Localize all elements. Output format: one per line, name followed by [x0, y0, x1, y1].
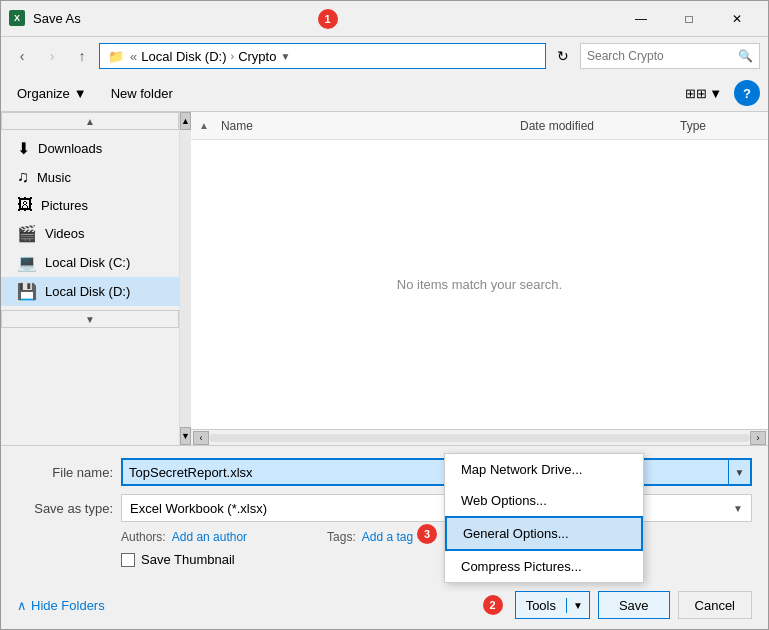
title-bar: X Save As 1 — □ ✕ — [1, 1, 768, 37]
save-as-dialog: X Save As 1 — □ ✕ ‹ › ↑ 📁 « Local Disk (… — [0, 0, 769, 630]
menu-item-web-options[interactable]: Web Options... — [445, 485, 643, 516]
sort-indicator-icon: ▲ — [199, 120, 209, 131]
pictures-icon: 🖼 — [17, 196, 33, 214]
minimize-button[interactable]: — — [618, 4, 664, 34]
authors-item: Authors: Add an author — [121, 530, 247, 544]
maximize-button[interactable]: □ — [666, 4, 712, 34]
main-content: ▲ ⬇ Downloads ♫ Music 🖼 Pictures — [1, 111, 768, 445]
save-button[interactable]: Save — [598, 591, 670, 619]
add-author-link[interactable]: Add an author — [172, 530, 247, 544]
cancel-button[interactable]: Cancel — [678, 591, 752, 619]
empty-message: No items match your search. — [397, 277, 562, 292]
dialog-title: Save As — [33, 11, 314, 26]
v-scroll-up[interactable]: ▲ — [180, 112, 191, 130]
address-separator: « — [130, 49, 137, 64]
hide-folders-label: Hide Folders — [31, 598, 105, 613]
file-list-empty: No items match your search. — [191, 140, 768, 429]
tools-button[interactable]: Tools ▼ — [515, 591, 590, 619]
music-icon: ♫ — [17, 168, 29, 186]
column-date[interactable]: Date modified — [520, 119, 680, 133]
view-chevron-icon: ▼ — [709, 86, 722, 101]
sidebar-scroll-down[interactable]: ▼ — [1, 310, 179, 328]
disk-d-icon: 💾 — [17, 282, 37, 301]
horizontal-scrollbar[interactable]: ‹ › — [191, 429, 768, 445]
menu-item-compress[interactable]: Compress Pictures... — [445, 551, 643, 582]
downloads-icon: ⬇ — [17, 139, 30, 158]
refresh-button[interactable]: ↻ — [550, 43, 576, 69]
sidebar-item-disk-d[interactable]: 💾 Local Disk (D:) — [1, 277, 190, 306]
search-icon: 🔍 — [738, 49, 753, 63]
tools-arrow-icon: ▼ — [567, 600, 589, 611]
tools-label: Tools — [516, 598, 567, 613]
help-button[interactable]: ? — [734, 80, 760, 106]
organize-button[interactable]: Organize ▼ — [9, 82, 95, 105]
file-area: ▲ Name Date modified Type No items match… — [191, 112, 768, 445]
v-scroll-down[interactable]: ▼ — [180, 427, 191, 445]
sidebar-item-downloads[interactable]: ⬇ Downloads — [1, 134, 190, 163]
menu-item-general-options[interactable]: General Options... — [445, 516, 643, 551]
sidebar-item-label: Pictures — [41, 198, 88, 213]
folder-icon: 📁 — [108, 49, 124, 64]
filename-label: File name: — [17, 465, 113, 480]
address-chevron-icon: ▼ — [280, 51, 290, 62]
tags-label: Tags: — [327, 530, 356, 544]
address-part-disk: Local Disk (D:) — [141, 49, 226, 64]
savetype-chevron-icon: ▼ — [733, 503, 743, 514]
close-button[interactable]: ✕ — [714, 4, 760, 34]
add-tag-link[interactable]: Add a tag — [362, 530, 413, 544]
sidebar: ⬇ Downloads ♫ Music 🖼 Pictures 🎬 Videos — [1, 130, 191, 310]
organize-label: Organize — [17, 86, 70, 101]
view-button[interactable]: ⊞⊞ ▼ — [679, 82, 728, 105]
menu-item-map-network[interactable]: Map Network Drive... — [445, 454, 643, 485]
savetype-value: Excel Workbook (*.xlsx) — [130, 501, 267, 516]
savetype-label: Save as type: — [17, 501, 113, 516]
column-type[interactable]: Type — [680, 119, 760, 133]
authors-label: Authors: — [121, 530, 166, 544]
filename-input-wrapper: ▼ — [121, 458, 752, 486]
organize-chevron-icon: ▼ — [74, 86, 87, 101]
thumbnail-label: Save Thumbnail — [141, 552, 235, 567]
address-path[interactable]: 📁 « Local Disk (D:) › Crypto ▼ — [99, 43, 546, 69]
filename-dropdown-button[interactable]: ▼ — [728, 460, 750, 484]
videos-icon: 🎬 — [17, 224, 37, 243]
thumbnail-checkbox[interactable] — [121, 553, 135, 567]
forward-button[interactable]: › — [39, 43, 65, 69]
step-2-badge: 2 — [483, 595, 503, 615]
excel-icon: X — [9, 10, 27, 28]
sidebar-scroll-up[interactable]: ▲ — [1, 112, 179, 130]
search-input[interactable] — [587, 49, 738, 63]
tags-item: Tags: Add a tag — [327, 530, 413, 544]
sidebar-item-label: Local Disk (C:) — [45, 255, 130, 270]
search-box: 🔍 — [580, 43, 760, 69]
toolbar: Organize ▼ New folder ⊞⊞ ▼ ? — [1, 75, 768, 111]
sidebar-item-label: Downloads — [38, 141, 102, 156]
h-scroll-left[interactable]: ‹ — [193, 431, 209, 445]
h-scroll-right[interactable]: › — [750, 431, 766, 445]
address-bar: ‹ › ↑ 📁 « Local Disk (D:) › Crypto ▼ ↻ 🔍 — [1, 37, 768, 75]
form-area: File name: ▼ Save as type: Excel Workboo… — [1, 445, 768, 583]
footer-buttons: 2 Tools ▼ Save Cancel Map Network Drive.… — [483, 591, 752, 619]
sidebar-item-music[interactable]: ♫ Music — [1, 163, 190, 191]
sidebar-wrapper: ▲ ⬇ Downloads ♫ Music 🖼 Pictures — [1, 112, 191, 445]
savetype-dropdown[interactable]: Excel Workbook (*.xlsx) ▼ — [121, 494, 752, 522]
sidebar-item-label: Local Disk (D:) — [45, 284, 130, 299]
sidebar-item-pictures[interactable]: 🖼 Pictures — [1, 191, 190, 219]
hide-folders-button[interactable]: ∧ Hide Folders — [17, 598, 105, 613]
sidebar-item-label: Music — [37, 170, 71, 185]
new-folder-button[interactable]: New folder — [103, 82, 181, 105]
address-part-folder: Crypto — [238, 49, 276, 64]
back-button[interactable]: ‹ — [9, 43, 35, 69]
sidebar-item-disk-c[interactable]: 💻 Local Disk (C:) — [1, 248, 190, 277]
file-list-header: ▲ Name Date modified Type — [191, 112, 768, 140]
path-separator: › — [230, 50, 234, 62]
hide-folders-icon: ∧ — [17, 598, 27, 613]
disk-c-icon: 💻 — [17, 253, 37, 272]
footer: ∧ Hide Folders 2 Tools ▼ Save Cancel Map… — [1, 583, 768, 629]
column-name[interactable]: Name — [217, 119, 520, 133]
h-scroll-track — [209, 434, 750, 442]
step-1-badge: 1 — [318, 9, 338, 29]
menu-item-general-wrapper: 3 General Options... — [445, 516, 643, 551]
up-button[interactable]: ↑ — [69, 43, 95, 69]
sidebar-item-videos[interactable]: 🎬 Videos — [1, 219, 190, 248]
sidebar-item-label: Videos — [45, 226, 85, 241]
